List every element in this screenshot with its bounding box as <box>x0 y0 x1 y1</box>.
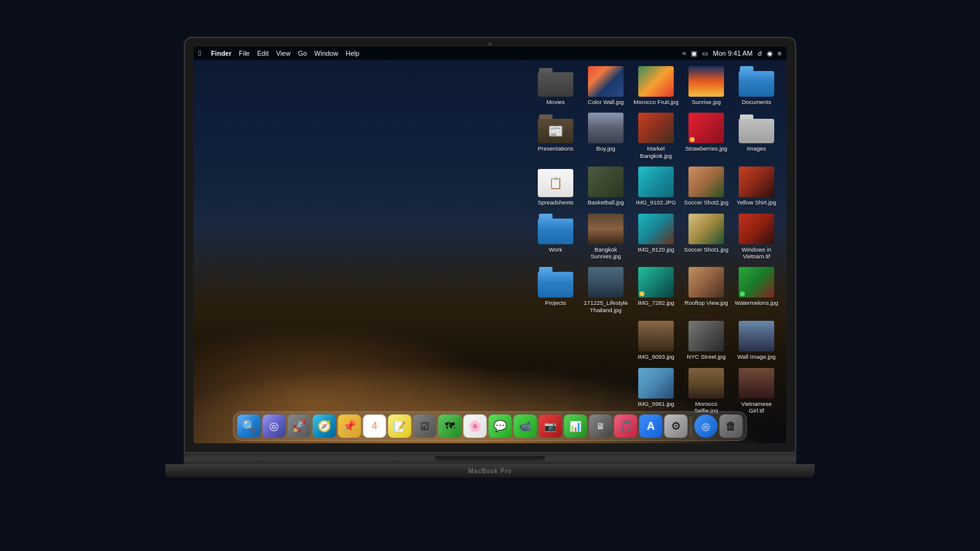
dock-maps[interactable]: 🗺 <box>439 414 462 438</box>
display-icon: ▣ <box>691 50 697 58</box>
screen:  Finder File Edit View Go Window Help ≈… <box>194 47 786 443</box>
dock-music[interactable]: 🎵 <box>614 414 638 438</box>
icon-soccer-shot1-label: Soccer Shot1.jpg <box>684 246 728 253</box>
icon-morocco-selfie[interactable]: Morocco Selfie.jpg <box>682 365 730 417</box>
icon-basketball[interactable]: Basketball.jpg <box>582 164 630 208</box>
icon-movies[interactable]: Movies <box>532 64 579 108</box>
icon-img9102-label: IMG_9102.JPG <box>636 199 676 206</box>
icon-movies-label: Movies <box>546 99 565 105</box>
icon-documents-label: Documents <box>742 99 771 105</box>
icon-bangkok-sunnies[interactable]: Bangkok Sunnies.jpg <box>582 211 630 263</box>
dock-photobooth[interactable]: 📷 <box>539 414 562 438</box>
menubar-left:  Finder File Edit View Go Window Help <box>198 49 360 58</box>
dock-numbers[interactable]: 📊 <box>564 414 587 438</box>
dock-photos[interactable]: 🌸 <box>464 414 487 438</box>
icon-img8120-label: IMG_8120.jpg <box>638 246 674 253</box>
control-center-icon[interactable]: ≡ <box>778 50 782 57</box>
icon-img6093[interactable]: IMG_6093.jpg <box>632 318 680 362</box>
icon-market-bangkok-label: Market Bangkok.jpg <box>633 145 679 159</box>
dock-reminders[interactable]: ☑ <box>413 414 437 438</box>
icon-img5961-label: IMG_5961.jpg <box>638 400 674 407</box>
help-menu[interactable]: Help <box>345 50 360 57</box>
icon-presentations[interactable]: 📰 Presentations <box>532 110 579 162</box>
icon-img8120[interactable]: IMG_8120.jpg <box>632 211 680 263</box>
icon-market-bangkok[interactable]: Market Bangkok.jpg <box>632 110 680 162</box>
dock-sysprefs[interactable]: ⚙ <box>665 414 688 438</box>
dock-safari[interactable]: 🧭 <box>313 414 336 438</box>
camera <box>488 42 492 46</box>
icon-img7282-label: IMG_7282.jpg <box>638 299 674 306</box>
icon-wall-image[interactable]: Wall Image.jpg <box>733 318 780 362</box>
icon-color-wall-label: Color Wall.jpg <box>588 99 624 105</box>
icon-rooftop-label: Rooftop View.jpg <box>684 299 728 306</box>
laptop-bottom <box>184 453 796 464</box>
icon-spreadsheets[interactable]: 📋 Spreadsheets <box>532 164 579 208</box>
icon-img9102[interactable]: IMG_9102.JPG <box>632 164 680 208</box>
icon-thailand-label: 171225_Lifestyle Thailand.jpg <box>583 299 628 313</box>
icon-yellow-shirt-label: Yellow Shirt.jpg <box>737 199 777 206</box>
dock-trash[interactable]: 🗑 <box>720 414 743 438</box>
dock-software-update[interactable]: 🖥 <box>589 414 612 438</box>
icon-soccer-shot2[interactable]: Soccer Shot2.jpg <box>682 164 730 208</box>
icon-work[interactable]: Work <box>532 211 579 263</box>
laptop-hinge <box>435 456 545 461</box>
apple-menu[interactable]:  <box>198 49 201 58</box>
laptop-base: MacBook Pro <box>165 464 815 478</box>
icon-basketball-label: Basketball.jpg <box>587 199 624 206</box>
icon-windows-vietnam[interactable]: Windows in Vietnam.tif <box>733 211 780 263</box>
icon-color-wall[interactable]: Color Wall.jpg <box>582 64 630 108</box>
icon-boy[interactable]: Boy.jpg <box>582 110 630 162</box>
dock-launchpad[interactable]: 🚀 <box>288 414 311 438</box>
dock-messages[interactable]: 💬 <box>489 414 512 438</box>
icon-soccer-shot1[interactable]: Soccer Shot1.jpg <box>682 211 730 263</box>
menubar:  Finder File Edit View Go Window Help ≈… <box>194 47 786 60</box>
icon-images[interactable]: Images <box>733 110 780 162</box>
icon-strawberries[interactable]: Strawberries.jpg <box>682 110 730 162</box>
view-menu[interactable]: View <box>276 50 291 57</box>
icon-presentations-label: Presentations <box>538 145 573 152</box>
go-menu[interactable]: Go <box>298 50 307 57</box>
menubar-right: ≈ ▣ ▭ Mon 9:41 AM ☌ ◉ ≡ <box>682 50 782 58</box>
icon-watermelons-label: Watermelons.jpg <box>735 299 778 306</box>
dock-sticky[interactable]: 📌 <box>338 414 361 438</box>
dock-notes[interactable]: 📝 <box>388 414 412 438</box>
icon-projects-label: Projects <box>545 299 566 306</box>
icon-vietnamese-girl[interactable]: Vietnamese Girl.tif <box>733 365 780 417</box>
icon-projects[interactable]: Projects <box>532 264 579 316</box>
desktop-icons: Movies Color Wall.jpg Morocco Fruit.jpg … <box>532 64 780 416</box>
badge-yellow <box>690 137 695 142</box>
dock: 🔍 ◎ 🚀 🧭 📌 <box>233 411 747 441</box>
icon-sunrise[interactable]: Sunrise.jpg <box>682 64 730 108</box>
icon-morocco-fruit[interactable]: Morocco Fruit.jpg <box>632 64 680 108</box>
icon-sunrise-label: Sunrise.jpg <box>692 99 721 105</box>
icon-img5961[interactable]: IMG_5961.jpg <box>632 365 680 417</box>
dock-calendar[interactable]: 4 <box>363 414 386 438</box>
icon-watermelons[interactable]: Watermelons.jpg <box>733 264 780 316</box>
icon-img7282[interactable]: IMG_7282.jpg <box>632 264 680 316</box>
icon-morocco-fruit-label: Morocco Fruit.jpg <box>633 99 678 105</box>
dock-appstore[interactable]: A <box>639 414 663 438</box>
file-menu[interactable]: File <box>239 50 250 57</box>
icon-bangkok-sunnies-label: Bangkok Sunnies.jpg <box>583 246 628 260</box>
window-menu[interactable]: Window <box>314 50 338 57</box>
dock-downloads[interactable]: ◎ <box>695 414 718 438</box>
siri-icon[interactable]: ◉ <box>767 50 773 58</box>
icon-rooftop[interactable]: Rooftop View.jpg <box>682 264 730 316</box>
dock-siri[interactable]: ◎ <box>263 414 286 438</box>
edit-menu[interactable]: Edit <box>257 50 269 57</box>
wifi-icon: ≈ <box>682 50 686 57</box>
icon-work-label: Work <box>549 246 562 253</box>
dock-finder[interactable]: 🔍 <box>238 414 261 438</box>
clock: Mon 9:41 AM <box>713 50 753 57</box>
icon-documents[interactable]: Documents <box>733 64 780 108</box>
search-icon[interactable]: ☌ <box>758 50 762 58</box>
icon-strawberries-label: Strawberries.jpg <box>685 145 728 152</box>
icon-thailand[interactable]: 171225_Lifestyle Thailand.jpg <box>582 264 630 316</box>
finder-menu[interactable]: Finder <box>211 50 232 57</box>
icon-images-label: Images <box>747 145 766 152</box>
icon-nyc-street[interactable]: NYC Street.jpg <box>682 318 730 362</box>
icon-yellow-shirt[interactable]: Yellow Shirt.jpg <box>733 164 780 208</box>
icon-windows-vietnam-label: Windows in Vietnam.tif <box>734 246 779 260</box>
dock-facetime[interactable]: 📹 <box>514 414 537 438</box>
icon-img6093-label: IMG_6093.jpg <box>638 353 674 360</box>
